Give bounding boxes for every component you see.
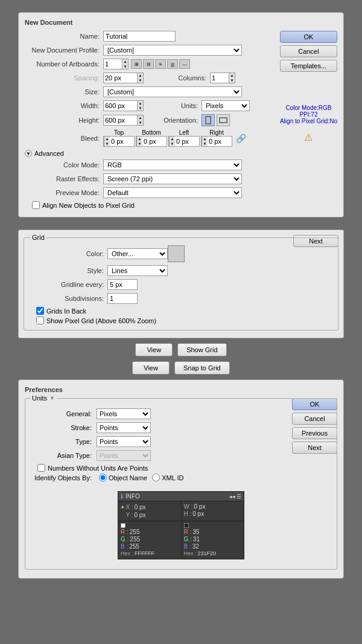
size-label: Size:: [25, 88, 103, 95]
grid-section-label: Grid: [30, 234, 46, 241]
bleed-left-wrap: ▲▼: [168, 136, 200, 147]
info-collapse-icon[interactable]: ◂◂: [229, 494, 235, 500]
info-r1-value: 255: [130, 529, 140, 535]
columns-spinner[interactable]: ▲▼: [229, 73, 235, 83]
grids-in-back-checkbox[interactable]: [36, 307, 44, 315]
height-spinner[interactable]: ▲▼: [137, 115, 143, 125]
grid-color-swatch[interactable]: [168, 245, 185, 262]
show-pixel-grid-checkbox[interactable]: [36, 317, 44, 324]
svg-rect-0: [206, 117, 211, 124]
color-mode-select[interactable]: RGB: [103, 159, 242, 170]
bleed-left-input[interactable]: [175, 137, 199, 146]
raster-effects-select[interactable]: Screen (72 ppi): [103, 173, 242, 184]
grid-style-select[interactable]: Lines: [107, 265, 168, 276]
info-icon: ℹ: [121, 493, 123, 500]
info-header-left: ℹ INFO: [121, 493, 140, 500]
grid-color-select[interactable]: Other...: [107, 248, 168, 259]
info-controls: ◂◂ ☰: [229, 494, 241, 500]
grid-color-row: Color: Other...: [29, 245, 333, 262]
bleed-top-spinner[interactable]: ▲▼: [104, 137, 110, 146]
bleed-top-col: Top ▲▼: [103, 129, 135, 147]
name-label: Name:: [25, 33, 103, 40]
columns-input[interactable]: [211, 73, 229, 83]
artboard-grid-icon[interactable]: ⊞: [131, 59, 142, 69]
info-header: ℹ INFO ◂◂ ☰: [118, 492, 244, 501]
xml-id-radio-item: XML ID: [152, 474, 183, 481]
artboard-col-icon[interactable]: |||: [167, 59, 178, 69]
svg-rect-1: [220, 118, 227, 123]
ok-button[interactable]: OK: [280, 31, 337, 43]
show-grid-button[interactable]: Show Grid: [177, 343, 226, 356]
advanced-toggle-icon[interactable]: ▼: [25, 150, 32, 157]
info-menu-icon[interactable]: ☰: [237, 494, 241, 500]
name-input[interactable]: [103, 31, 176, 42]
artboard-remove-icon[interactable]: —: [179, 59, 190, 69]
gridline-input[interactable]: [107, 279, 138, 290]
type-select[interactable]: Points: [97, 436, 151, 447]
columns-label: Columns:: [162, 74, 210, 82]
portrait-button[interactable]: [202, 114, 215, 126]
type-row: Type: Points: [30, 436, 332, 447]
object-name-label: Object Name: [109, 474, 147, 481]
preview-mode-select[interactable]: Default: [103, 187, 242, 198]
spacing-spinner[interactable]: ▲▼: [137, 73, 143, 83]
landscape-button[interactable]: [217, 114, 230, 126]
numbers-checkbox[interactable]: [37, 464, 45, 472]
profile-select[interactable]: [Custom]: [103, 45, 242, 56]
asian-type-select[interactable]: Points: [97, 450, 151, 461]
orientation-buttons: [202, 114, 230, 126]
width-spinner[interactable]: ▲▼: [137, 101, 143, 111]
dialog-buttons: OK Cancel Templates... Color Mode:RGB PP…: [280, 31, 337, 143]
bleed-bottom-label: Bottom: [142, 129, 161, 136]
stroke-select[interactable]: Points: [97, 422, 151, 433]
bleed-right-input[interactable]: [208, 137, 232, 146]
align-checkbox[interactable]: [32, 201, 40, 209]
object-name-radio[interactable]: [99, 474, 107, 481]
snap-to-grid-button[interactable]: Snap to Grid: [174, 361, 230, 375]
units-select[interactable]: Pixels: [202, 100, 250, 111]
artboards-input[interactable]: [104, 59, 122, 69]
info-swatch2: [184, 523, 189, 528]
view-button-2[interactable]: View: [132, 361, 170, 375]
width-label: Width:: [25, 102, 103, 109]
info-b1-value: 255: [129, 543, 139, 550]
grid-dialog: Next Grid Color: Other... Style: Lines G…: [18, 230, 344, 338]
info-swatch1: [121, 523, 125, 528]
advanced-section-header[interactable]: ▼ Advanced: [25, 150, 337, 157]
xml-id-radio[interactable]: [152, 474, 160, 481]
info-b1-row: B : 255: [121, 543, 179, 550]
info-b2-label: B :: [184, 543, 191, 550]
grids-in-back-row: Grids In Back: [36, 307, 333, 315]
bleed-left-col: Left ▲▼: [168, 129, 200, 147]
bleed-top-input[interactable]: [110, 137, 134, 146]
info-hex1-value: FFFFFF: [135, 550, 154, 556]
view-button-1[interactable]: View: [135, 343, 173, 356]
bleed-left-spinner[interactable]: ▲▼: [169, 137, 175, 146]
info-b1-label: B :: [121, 543, 128, 550]
new-document-dialog: New Document OK Cancel Templates... Colo…: [18, 12, 344, 217]
bleed-link-icon[interactable]: 🔗: [236, 134, 246, 143]
general-select[interactable]: Pixels: [97, 408, 151, 419]
subdivisions-input[interactable]: [107, 293, 138, 304]
bleed-bottom-input[interactable]: [142, 137, 167, 146]
spacing-input[interactable]: [104, 73, 137, 83]
height-input[interactable]: [104, 115, 137, 125]
units-dropdown-arrow[interactable]: ▼: [49, 395, 55, 401]
artboards-spinner[interactable]: ▲▼: [122, 59, 128, 69]
bleed-top-wrap: ▲▼: [103, 136, 135, 147]
templates-button[interactable]: Templates...: [280, 60, 337, 72]
advanced-section: Color Mode: RGB Raster Effects: Screen (…: [25, 159, 337, 209]
width-input[interactable]: [104, 101, 137, 111]
bleed-right-spinner[interactable]: ▲▼: [202, 137, 208, 146]
artboard-row-icon[interactable]: ≡: [155, 59, 166, 69]
color-mode-row: Color Mode: RGB: [25, 159, 337, 170]
artboard-arrange-icon[interactable]: ⊟: [143, 59, 154, 69]
cancel-button[interactable]: Cancel: [280, 45, 337, 57]
show-pixel-grid-label: Show Pixel Grid (Above 600% Zoom): [46, 317, 156, 324]
artboards-input-wrap: ▲▼: [103, 59, 129, 69]
size-select[interactable]: [Custom]: [103, 86, 242, 97]
bleed-inputs: Top ▲▼ Bottom ▲▼ Left ▲▼: [103, 129, 246, 147]
subdivisions-label: Subdivisions:: [29, 295, 107, 302]
profile-label: New Document Profile:: [25, 47, 103, 54]
bleed-bottom-spinner[interactable]: ▲▼: [136, 137, 142, 146]
